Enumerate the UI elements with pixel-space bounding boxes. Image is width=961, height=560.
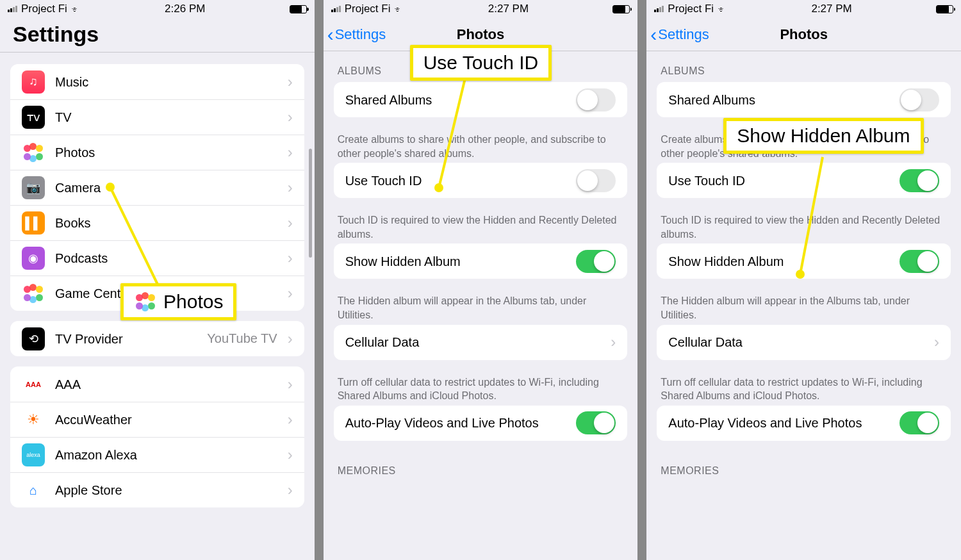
signal-icon [654,6,664,12]
wifi-icon: ᯤ [394,4,404,15]
row-label: Music [55,74,277,90]
row-label: Cellular Data [345,334,601,350]
show-hidden-footer: The Hidden album will appear in the Albu… [324,289,638,324]
shared-albums-toggle[interactable] [576,88,616,111]
scroll-indicator[interactable] [309,149,312,258]
settings-group-thirdparty: AAAAAA›☀AccuWeather›alexaAmazon Alexa›⌂A… [10,366,304,507]
signal-icon [331,6,341,12]
ic-alexa-icon: alexa [22,443,45,466]
chevron-right-icon: › [934,333,939,351]
shared-albums-group: Shared Albums [334,82,628,117]
show-hidden-album-toggle[interactable] [576,250,616,273]
nav-header: ‹ Settings Photos [646,18,961,51]
settings-row-photos[interactable]: Photos› [10,135,304,170]
use-touch-id-group: Use Touch ID [657,163,951,198]
chevron-right-icon: › [288,330,293,348]
phone-screen-2: Project Fi ᯤ 2:27 PM ‹ Settings Photos A… [324,0,638,560]
settings-group-media: ♫Music›ᴛᴠTV›Photos›📷Camera›▌▌Books›◉Podc… [10,64,304,311]
row-label: Camera [55,180,277,195]
shared-albums-toggle[interactable] [899,88,939,111]
row-label: Auto-Play Videos and Live Photos [668,415,889,431]
chevron-left-icon: ‹ [650,25,657,44]
settings-row-music[interactable]: ♫Music› [10,64,304,99]
show-hidden-album-row[interactable]: Show Hidden Album [657,243,951,279]
cellular-footer: Turn off cellular data to restrict updat… [324,370,638,406]
clock: 2:27 PM [488,3,529,15]
cellular-data-group: Cellular Data› [334,325,628,360]
back-button[interactable]: ‹ Settings [650,18,709,51]
chevron-right-icon: › [288,375,293,393]
autoplay-videos-toggle[interactable] [576,411,616,434]
back-label: Settings [335,26,386,43]
show-hidden-footer: The Hidden album will appear in the Albu… [646,289,961,324]
cellular-data-row[interactable]: Cellular Data› [334,325,628,360]
row-label: Photos [55,145,277,160]
autoplay-videos-row[interactable]: Auto-Play Videos and Live Photos [334,406,628,441]
callout-use-touch-id: Use Touch ID [410,45,552,81]
use-touch-id-group: Use Touch ID [334,163,628,198]
use-touch-id-row[interactable]: Use Touch ID [334,163,628,198]
shared-albums-row[interactable]: Shared Albums [657,82,951,117]
settings-row-tv[interactable]: ᴛᴠTV› [10,99,304,135]
autoplay-videos-toggle[interactable] [899,411,939,434]
show-hidden-album-row[interactable]: Show Hidden Album [334,243,628,279]
autoplay-videos-group: Auto-Play Videos and Live Photos [657,406,951,441]
ic-music-icon: ♫ [22,70,45,94]
wifi-icon: ᯤ [71,4,81,15]
show-hidden-album-group: Show Hidden Album [334,243,628,279]
settings-row-accuweather[interactable]: ☀AccuWeather› [10,402,304,437]
ic-photos-icon [22,141,45,164]
row-label: Auto-Play Videos and Live Photos [345,415,566,431]
page-title: Photos [780,26,828,43]
row-label: Shared Albums [345,92,566,108]
use-touch-id-toggle[interactable] [899,169,939,192]
settings-row-aaa[interactable]: AAAAAA› [10,366,304,402]
row-label: Cellular Data [668,334,924,350]
show-hidden-album-toggle[interactable] [899,250,939,273]
battery-icon [936,5,953,13]
callout-photos: Photos [120,283,236,320]
settings-row-podcasts[interactable]: ◉Podcasts› [10,240,304,276]
back-button[interactable]: ‹ Settings [327,18,386,51]
page-title: Settings [0,18,315,53]
ic-appstore-icon: ⌂ [22,479,45,502]
autoplay-videos-row[interactable]: Auto-Play Videos and Live Photos [657,406,951,441]
signal-icon [8,6,17,12]
shared-albums-row[interactable]: Shared Albums [334,82,628,117]
callout-label: Show Hidden Album [737,125,910,147]
cellular-footer: Turn off cellular data to restrict updat… [646,370,961,406]
cellular-data-row[interactable]: Cellular Data› [657,325,951,360]
row-label: Books [55,215,277,231]
row-label: Apple Store [55,482,277,498]
callout-show-hidden-album: Show Hidden Album [723,118,923,154]
chevron-right-icon: › [288,446,293,464]
section-memories-header: MEMORIES [646,451,961,482]
settings-row-camera[interactable]: 📷Camera› [10,170,304,205]
chevron-right-icon: › [288,249,293,267]
shared-albums-group: Shared Albums [657,82,951,117]
use-touch-id-toggle[interactable] [576,169,616,192]
chevron-right-icon: › [288,179,293,197]
battery-icon [290,5,307,13]
chevron-right-icon: › [288,481,293,499]
autoplay-videos-group: Auto-Play Videos and Live Photos [334,406,628,441]
row-label: AAA [55,377,277,392]
use-touch-id-footer: Touch ID is required to view the Hidden … [646,208,961,243]
status-bar: Project Fi ᯤ 2:27 PM [646,0,961,18]
ic-camera-icon: 📷 [22,176,45,199]
settings-row-apple-store[interactable]: ⌂Apple Store› [10,472,304,507]
chevron-right-icon: › [288,411,293,429]
settings-row-books[interactable]: ▌▌Books› [10,205,304,240]
row-label: TV [55,110,277,125]
row-label: AccuWeather [55,412,277,427]
phone-screen-1: Project Fi ᯤ 2:26 PM Settings ♫Music›ᴛᴠT… [0,0,315,560]
carrier-label: Project Fi [345,3,391,15]
settings-row-tv-provider[interactable]: ⟲TV ProviderYouTube TV› [10,321,304,356]
callout-label: Photos [163,291,223,313]
use-touch-id-row[interactable]: Use Touch ID [657,163,951,198]
settings-row-amazon-alexa[interactable]: alexaAmazon Alexa› [10,437,304,472]
row-label: TV Provider [55,331,197,347]
row-value: YouTube TV [207,331,277,346]
clock: 2:26 PM [165,3,205,15]
row-label: Show Hidden Album [345,254,566,269]
